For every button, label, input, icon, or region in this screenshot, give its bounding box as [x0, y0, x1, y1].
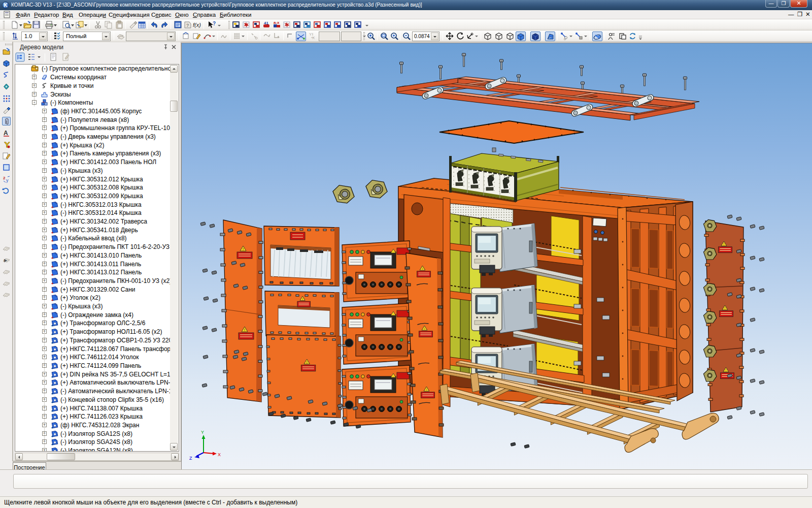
svg-text:?: ?	[213, 21, 216, 26]
svg-text:y: y	[6, 178, 9, 183]
svg-text:f(x): f(x)	[193, 22, 201, 28]
svg-text:?: ?	[186, 23, 189, 28]
svg-text:Z: Z	[189, 456, 192, 461]
svg-text:Y: Y	[201, 430, 204, 435]
svg-text:2: 2	[3, 176, 6, 180]
svg-text:!: !	[243, 247, 244, 251]
svg-text:!: !	[307, 361, 308, 364]
svg-text:A: A	[4, 130, 8, 137]
svg-text:41: 41	[264, 21, 268, 25]
svg-text:!: !	[244, 328, 245, 332]
svg-text:a-x: a-x	[274, 20, 280, 25]
svg-text:o: o	[564, 37, 566, 41]
svg-text:X: X	[218, 452, 221, 457]
